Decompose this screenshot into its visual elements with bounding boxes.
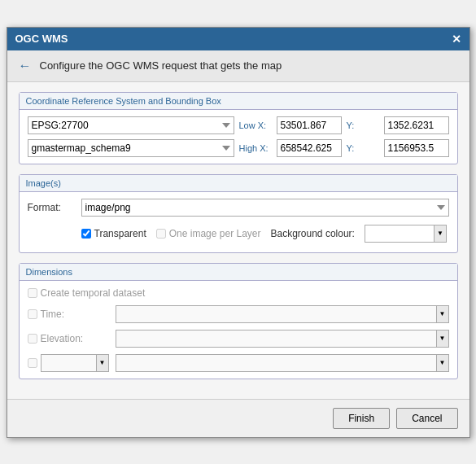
dimensions-section-title: Dimensions xyxy=(20,264,457,281)
images-section: Image(s) Format: image/png Transparent xyxy=(19,174,458,253)
schema-select[interactable]: gmastermap_schema9 xyxy=(28,139,234,157)
high-y-label: Y: xyxy=(347,143,379,153)
format-select[interactable]: image/png xyxy=(81,199,449,217)
transparent-checkbox-label[interactable]: Transparent xyxy=(81,228,146,239)
one-image-checkbox[interactable] xyxy=(156,229,166,239)
temporal-checkbox[interactable] xyxy=(28,288,37,298)
elevation-input-group: ▼ xyxy=(116,330,449,348)
custom-checkbox[interactable] xyxy=(28,358,37,368)
custom-name-input[interactable] xyxy=(41,354,96,372)
crs-section-body: EPSG:27700 Low X: Y: gmastermap_schema9 … xyxy=(20,110,457,164)
crs-row-1: EPSG:27700 Low X: Y: xyxy=(28,116,449,134)
high-x-input[interactable] xyxy=(277,139,342,157)
elevation-checkbox[interactable] xyxy=(28,334,37,344)
format-label: Format: xyxy=(28,202,76,213)
custom-value-dropdown-btn[interactable]: ▼ xyxy=(436,354,449,372)
low-x-input[interactable] xyxy=(277,116,342,134)
time-checkbox-label[interactable]: Time: xyxy=(28,309,109,320)
time-label: Time: xyxy=(41,309,65,320)
images-options-row: Transparent One image per Layer Backgrou… xyxy=(28,221,449,246)
temporal-label: Create temporal dataset xyxy=(41,287,146,299)
one-image-label: One image per Layer xyxy=(169,228,261,239)
bg-colour-dropdown-btn[interactable]: ▼ xyxy=(434,225,447,243)
crs-row-2: gmastermap_schema9 High X: Y: xyxy=(28,139,449,157)
high-x-label: High X: xyxy=(239,143,272,153)
elevation-checkbox-label[interactable]: Elevation: xyxy=(28,333,109,344)
low-x-label: Low X: xyxy=(239,120,272,130)
custom-value-input[interactable] xyxy=(116,354,436,372)
one-image-checkbox-label[interactable]: One image per Layer xyxy=(156,228,261,239)
transparent-label: Transparent xyxy=(94,228,146,239)
temporal-checkbox-label[interactable]: Create temporal dataset xyxy=(28,287,146,299)
bg-colour-label: Background colour: xyxy=(271,228,355,239)
elevation-input[interactable] xyxy=(116,330,436,348)
time-row: Time: ▼ xyxy=(28,305,449,323)
crs-section: Coordinate Reference System and Bounding… xyxy=(19,92,458,164)
temporal-row: Create temporal dataset xyxy=(28,287,449,299)
elevation-label: Elevation: xyxy=(41,333,84,344)
dialog: OGC WMS ✕ ← Configure the OGC WMS reques… xyxy=(7,27,470,438)
high-y-input[interactable] xyxy=(384,139,449,157)
cancel-button[interactable]: Cancel xyxy=(396,408,457,429)
transparent-checkbox[interactable] xyxy=(81,229,91,239)
format-row: Format: image/png xyxy=(28,199,449,217)
low-y-label: Y: xyxy=(347,120,379,130)
time-checkbox[interactable] xyxy=(28,309,37,319)
time-dropdown-btn[interactable]: ▼ xyxy=(436,305,449,323)
dimensions-section: Dimensions Create temporal dataset Time: xyxy=(19,263,458,379)
titlebar-title: OGC WMS xyxy=(15,33,68,45)
bg-colour-input[interactable] xyxy=(365,225,434,243)
content: Coordinate Reference System and Bounding… xyxy=(7,82,469,399)
images-section-title: Image(s) xyxy=(20,175,457,192)
dimensions-section-body: Create temporal dataset Time: ▼ xyxy=(20,281,457,379)
header: ← Configure the OGC WMS request that get… xyxy=(7,50,469,82)
low-y-input[interactable] xyxy=(384,116,449,134)
time-input-group: ▼ xyxy=(116,305,449,323)
images-section-body: Format: image/png Transparent One image … xyxy=(20,192,457,252)
custom-row: ▼ ▼ xyxy=(28,354,449,372)
elevation-dropdown-btn[interactable]: ▼ xyxy=(436,330,449,348)
bg-colour-select: ▼ xyxy=(365,225,447,243)
close-icon[interactable]: ✕ xyxy=(452,33,461,46)
crs-select[interactable]: EPSG:27700 xyxy=(28,116,234,134)
custom-name-dropdown-btn[interactable]: ▼ xyxy=(96,354,109,372)
finish-button[interactable]: Finish xyxy=(333,408,390,429)
custom-value-input-group: ▼ xyxy=(116,354,449,372)
titlebar: OGC WMS ✕ xyxy=(7,28,469,50)
header-title: Configure the OGC WMS request that gets … xyxy=(40,59,282,72)
time-input[interactable] xyxy=(116,305,436,323)
crs-section-title: Coordinate Reference System and Bounding… xyxy=(20,93,457,110)
back-button[interactable]: ← xyxy=(19,59,32,73)
footer: Finish Cancel xyxy=(7,399,469,437)
elevation-row: Elevation: ▼ xyxy=(28,330,449,348)
